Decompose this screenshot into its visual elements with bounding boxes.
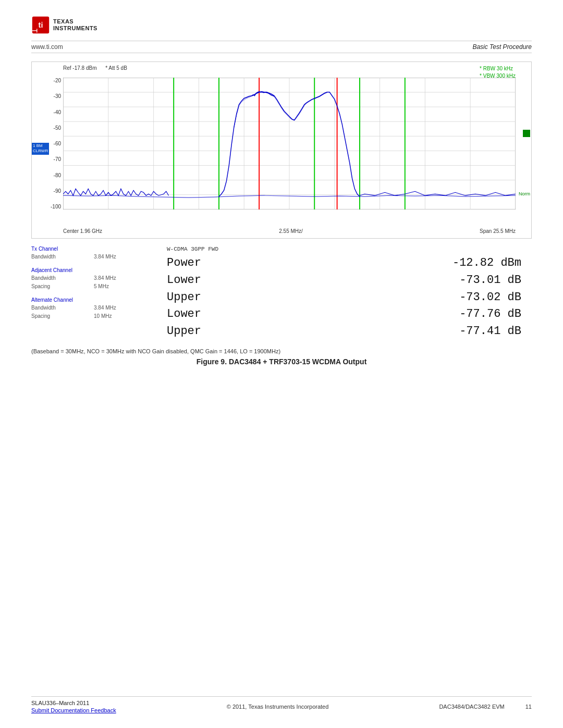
y-label-30: -30 <box>35 93 61 99</box>
alternate-channel-block: Alternate Channel Bandwidth 3.84 MHz Spa… <box>31 297 167 320</box>
alt-bandwidth-label: Bandwidth <box>31 304 89 312</box>
att-label: * Att 5 dB <box>105 65 127 71</box>
power-value: -12.82 dBm <box>349 255 532 272</box>
upper1-label: Upper <box>167 290 349 306</box>
ref-label: Ref -17.8 dBm <box>63 65 96 71</box>
website-url: www.ti.com <box>31 43 63 51</box>
center-freq: Center 1.96 GHz <box>63 228 102 234</box>
y-label-100: -100 <box>35 204 61 209</box>
footer-product: DAC3484/DAC3482 EVM <box>439 704 504 710</box>
doc-id: SLAU336–March 2011 <box>31 700 116 706</box>
y-label-90: -90 <box>35 188 61 194</box>
adj-bandwidth-label: Bandwidth <box>31 274 89 282</box>
alt-spacing-label: Spacing <box>31 312 89 320</box>
lower2-value: -77.76 dB <box>349 306 532 323</box>
y-label-20: -20 <box>35 78 61 83</box>
lower1-value: -73.01 dB <box>349 273 532 289</box>
alt-spacing-row: Spacing 10 MHz <box>31 312 167 320</box>
page-footer: SLAU336–March 2011 Submit Documentation … <box>31 696 532 713</box>
freq-per-div: 2.55 MHz/ <box>279 228 303 234</box>
spectrum-svg <box>63 78 516 209</box>
left-parameters: Tx Channel Bandwidth 3.84 MHz Adjacent C… <box>31 246 167 340</box>
alternate-channel-title: Alternate Channel <box>31 297 167 303</box>
results-section: Tx Channel Bandwidth 3.84 MHz Adjacent C… <box>31 246 532 340</box>
alt-bandwidth-value: 3.84 MHz <box>94 304 116 312</box>
tx-channel-block: Tx Channel Bandwidth 3.84 MHz <box>31 246 167 261</box>
adj-spacing-row: Spacing 5 MHz <box>31 282 167 291</box>
logo-text-line2: Instruments <box>53 25 97 32</box>
adj-bandwidth-value: 3.84 MHz <box>94 274 116 282</box>
feedback-link[interactable]: Submit Documentation Feedback <box>31 707 116 713</box>
logo-text-line1: Texas <box>53 18 97 25</box>
y-label-70: -70 <box>35 156 61 162</box>
footer-right: DAC3484/DAC3482 EVM 11 <box>439 704 532 710</box>
span-label: Span 25.5 MHz <box>480 228 516 234</box>
lower1-label: Lower <box>167 273 349 289</box>
adj-spacing-value: 5 MHz <box>94 282 109 291</box>
y-label-60: -60 <box>35 141 61 146</box>
top-bar: www.ti.com Basic Test Procedure <box>31 41 532 53</box>
lower2-label: Lower <box>167 306 349 323</box>
footer-page: 11 <box>525 704 532 710</box>
caption-note: (Baseband = 30MHz, NCO = 30MHz with NCO … <box>31 348 532 354</box>
alt-bandwidth-row: Bandwidth 3.84 MHz <box>31 304 167 312</box>
y-label-50: -50 <box>35 125 61 131</box>
adj-bandwidth-row: Bandwidth 3.84 MHz <box>31 274 167 282</box>
tx-bandwidth-row: Bandwidth 3.84 MHz <box>31 253 167 261</box>
footer-left: SLAU336–March 2011 Submit Documentation … <box>31 700 116 713</box>
upper2-label: Upper <box>167 324 349 340</box>
upper2-value: -77.41 dB <box>349 324 532 340</box>
y-label-40: -40 <box>35 109 61 115</box>
document-title: Basic Test Procedure <box>472 43 532 51</box>
ti-logo-icon: ti <box>31 16 50 34</box>
tx-channel-title: Tx Channel <box>31 246 167 252</box>
svg-text:ti: ti <box>39 21 43 29</box>
tx-bandwidth-value: 3.84 MHz <box>94 253 116 261</box>
spectrum-display: Ref -17.8 dBm * Att 5 dB * RBW 30 kHz * … <box>31 61 532 239</box>
page-header: ti Texas Instruments <box>31 16 532 34</box>
upper1-value: -73.02 dB <box>349 290 532 306</box>
ti-logo: ti Texas Instruments <box>31 16 78 34</box>
spectrum-bottom-labels: Center 1.96 GHz 2.55 MHz/ Span 25.5 MHz <box>63 228 516 234</box>
results-standard: W-CDMA 3GPP FWD <box>167 246 532 252</box>
green-indicator <box>523 130 530 137</box>
right-results: W-CDMA 3GPP FWD Power -12.82 dBm Lower -… <box>167 246 532 340</box>
adjacent-channel-block: Adjacent Channel Bandwidth 3.84 MHz Spac… <box>31 267 167 291</box>
y-label-80: -80 <box>35 172 61 178</box>
power-label: Power <box>167 255 349 272</box>
tx-bandwidth-label: Bandwidth <box>31 253 89 261</box>
alt-spacing-value: 10 MHz <box>94 312 112 320</box>
norm-label: Norm <box>519 191 530 196</box>
adj-spacing-label: Spacing <box>31 282 89 291</box>
adjacent-channel-title: Adjacent Channel <box>31 267 167 273</box>
figure-title: Figure 9. DAC3484 + TRF3703-15 WCDMA Out… <box>31 357 532 366</box>
y-axis-labels: -20 -30 -40 -50 -60 -70 -80 -90 -100 <box>35 78 61 209</box>
footer-copyright: © 2011, Texas Instruments Incorporated <box>227 704 329 710</box>
rbw-label: * RBW 30 kHz <box>480 65 516 72</box>
